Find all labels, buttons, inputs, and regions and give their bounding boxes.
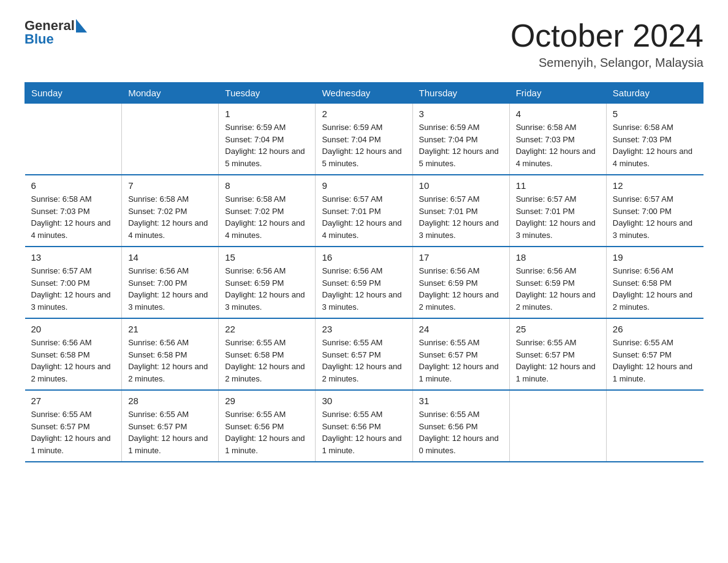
week-row-2: 13Sunrise: 6:57 AMSunset: 7:00 PMDayligh… [25, 247, 703, 318]
day-number: 10 [419, 180, 503, 191]
day-number: 4 [516, 109, 600, 119]
day-number: 23 [322, 324, 406, 334]
day-info: Sunrise: 6:55 AMSunset: 6:56 PMDaylight:… [419, 408, 503, 456]
header-cell-tuesday: Tuesday [219, 83, 316, 104]
day-cell [25, 104, 122, 175]
day-cell [122, 104, 219, 175]
day-info: Sunrise: 6:55 AMSunset: 6:58 PMDaylight:… [225, 337, 309, 385]
day-info: Sunrise: 6:55 AMSunset: 6:57 PMDaylight:… [31, 408, 116, 456]
day-number: 30 [322, 396, 406, 406]
day-number: 27 [31, 396, 116, 406]
day-number: 9 [322, 180, 406, 191]
day-cell: 17Sunrise: 6:56 AMSunset: 6:59 PMDayligh… [412, 247, 509, 318]
day-cell: 21Sunrise: 6:56 AMSunset: 6:58 PMDayligh… [122, 318, 219, 390]
day-number: 17 [419, 252, 503, 262]
week-row-4: 27Sunrise: 6:55 AMSunset: 6:57 PMDayligh… [25, 390, 703, 462]
day-number: 14 [128, 252, 212, 262]
header-cell-monday: Monday [122, 83, 219, 104]
day-cell: 8Sunrise: 6:58 AMSunset: 7:02 PMDaylight… [219, 175, 316, 247]
day-info: Sunrise: 6:58 AMSunset: 7:03 PMDaylight:… [516, 121, 600, 169]
day-number: 29 [225, 396, 309, 406]
day-info: Sunrise: 6:57 AMSunset: 7:00 PMDaylight:… [613, 193, 697, 241]
day-info: Sunrise: 6:59 AMSunset: 7:04 PMDaylight:… [225, 121, 309, 169]
day-number: 3 [419, 109, 503, 119]
day-cell: 10Sunrise: 6:57 AMSunset: 7:01 PMDayligh… [412, 175, 509, 247]
day-info: Sunrise: 6:56 AMSunset: 6:58 PMDaylight:… [128, 337, 212, 385]
day-number: 22 [225, 324, 309, 334]
day-number: 6 [31, 180, 116, 191]
day-number: 12 [613, 180, 697, 191]
day-cell: 24Sunrise: 6:55 AMSunset: 6:57 PMDayligh… [412, 318, 509, 390]
day-cell: 4Sunrise: 6:58 AMSunset: 7:03 PMDaylight… [509, 104, 606, 175]
day-number: 26 [613, 324, 697, 334]
month-title: October 2024 [510, 18, 703, 53]
day-number: 24 [419, 324, 503, 334]
day-cell: 22Sunrise: 6:55 AMSunset: 6:58 PMDayligh… [219, 318, 316, 390]
day-info: Sunrise: 6:59 AMSunset: 7:04 PMDaylight:… [322, 121, 406, 169]
day-info: Sunrise: 6:58 AMSunset: 7:03 PMDaylight:… [613, 121, 697, 169]
header-row: SundayMondayTuesdayWednesdayThursdayFrid… [25, 83, 703, 104]
day-info: Sunrise: 6:57 AMSunset: 7:01 PMDaylight:… [516, 193, 600, 241]
logo-blue: Blue [25, 32, 87, 47]
day-cell: 27Sunrise: 6:55 AMSunset: 6:57 PMDayligh… [25, 390, 122, 462]
day-number: 11 [516, 180, 600, 191]
day-info: Sunrise: 6:55 AMSunset: 6:57 PMDaylight:… [128, 408, 212, 456]
day-cell: 16Sunrise: 6:56 AMSunset: 6:59 PMDayligh… [316, 247, 412, 318]
header-cell-friday: Friday [509, 83, 606, 104]
day-info: Sunrise: 6:56 AMSunset: 6:59 PMDaylight:… [419, 265, 503, 313]
logo: General Blue [25, 18, 87, 47]
day-number: 5 [613, 109, 697, 119]
day-info: Sunrise: 6:57 AMSunset: 7:01 PMDaylight:… [322, 193, 406, 241]
day-info: Sunrise: 6:56 AMSunset: 6:59 PMDaylight:… [516, 265, 600, 313]
header-cell-thursday: Thursday [412, 83, 509, 104]
day-number: 18 [516, 252, 600, 262]
calendar-body: 1Sunrise: 6:59 AMSunset: 7:04 PMDaylight… [25, 104, 703, 462]
day-cell: 3Sunrise: 6:59 AMSunset: 7:04 PMDaylight… [412, 104, 509, 175]
day-cell: 23Sunrise: 6:55 AMSunset: 6:57 PMDayligh… [316, 318, 412, 390]
day-info: Sunrise: 6:57 AMSunset: 7:00 PMDaylight:… [31, 265, 116, 313]
day-info: Sunrise: 6:58 AMSunset: 7:02 PMDaylight:… [225, 193, 309, 241]
day-info: Sunrise: 6:59 AMSunset: 7:04 PMDaylight:… [419, 121, 503, 169]
day-number: 31 [419, 396, 503, 406]
day-info: Sunrise: 6:55 AMSunset: 6:57 PMDaylight:… [419, 337, 503, 385]
day-info: Sunrise: 6:58 AMSunset: 7:03 PMDaylight:… [31, 193, 116, 241]
day-number: 13 [31, 252, 116, 262]
day-info: Sunrise: 6:57 AMSunset: 7:01 PMDaylight:… [419, 193, 503, 241]
day-cell: 13Sunrise: 6:57 AMSunset: 7:00 PMDayligh… [25, 247, 122, 318]
day-number: 8 [225, 180, 309, 191]
location-title: Semenyih, Selangor, Malaysia [510, 56, 703, 70]
day-cell: 19Sunrise: 6:56 AMSunset: 6:58 PMDayligh… [606, 247, 703, 318]
day-cell: 11Sunrise: 6:57 AMSunset: 7:01 PMDayligh… [509, 175, 606, 247]
day-cell: 31Sunrise: 6:55 AMSunset: 6:56 PMDayligh… [412, 390, 509, 462]
header-cell-sunday: Sunday [25, 83, 122, 104]
day-number: 25 [516, 324, 600, 334]
day-cell [509, 390, 606, 462]
calendar-table: SundayMondayTuesdayWednesdayThursdayFrid… [25, 82, 703, 462]
logo-triangle-icon [76, 19, 87, 33]
title-block: October 2024 Semenyih, Selangor, Malaysi… [510, 18, 703, 70]
page-header: General Blue October 2024 Semenyih, Sela… [25, 18, 703, 70]
day-info: Sunrise: 6:55 AMSunset: 6:57 PMDaylight:… [516, 337, 600, 385]
day-cell: 2Sunrise: 6:59 AMSunset: 7:04 PMDaylight… [316, 104, 412, 175]
day-number: 15 [225, 252, 309, 262]
svg-marker-0 [76, 19, 87, 33]
week-row-0: 1Sunrise: 6:59 AMSunset: 7:04 PMDaylight… [25, 104, 703, 175]
calendar-header: SundayMondayTuesdayWednesdayThursdayFrid… [25, 83, 703, 104]
day-info: Sunrise: 6:55 AMSunset: 6:57 PMDaylight:… [613, 337, 697, 385]
day-number: 7 [128, 180, 212, 191]
header-cell-wednesday: Wednesday [316, 83, 412, 104]
day-info: Sunrise: 6:55 AMSunset: 6:57 PMDaylight:… [322, 337, 406, 385]
day-info: Sunrise: 6:56 AMSunset: 6:58 PMDaylight:… [613, 265, 697, 313]
day-info: Sunrise: 6:56 AMSunset: 7:00 PMDaylight:… [128, 265, 212, 313]
day-number: 19 [613, 252, 697, 262]
week-row-1: 6Sunrise: 6:58 AMSunset: 7:03 PMDaylight… [25, 175, 703, 247]
day-cell: 25Sunrise: 6:55 AMSunset: 6:57 PMDayligh… [509, 318, 606, 390]
day-cell: 18Sunrise: 6:56 AMSunset: 6:59 PMDayligh… [509, 247, 606, 318]
day-info: Sunrise: 6:56 AMSunset: 6:58 PMDaylight:… [31, 337, 116, 385]
day-cell: 7Sunrise: 6:58 AMSunset: 7:02 PMDaylight… [122, 175, 219, 247]
day-cell: 12Sunrise: 6:57 AMSunset: 7:00 PMDayligh… [606, 175, 703, 247]
day-info: Sunrise: 6:56 AMSunset: 6:59 PMDaylight:… [322, 265, 406, 313]
header-cell-saturday: Saturday [606, 83, 703, 104]
day-cell: 15Sunrise: 6:56 AMSunset: 6:59 PMDayligh… [219, 247, 316, 318]
day-cell: 28Sunrise: 6:55 AMSunset: 6:57 PMDayligh… [122, 390, 219, 462]
